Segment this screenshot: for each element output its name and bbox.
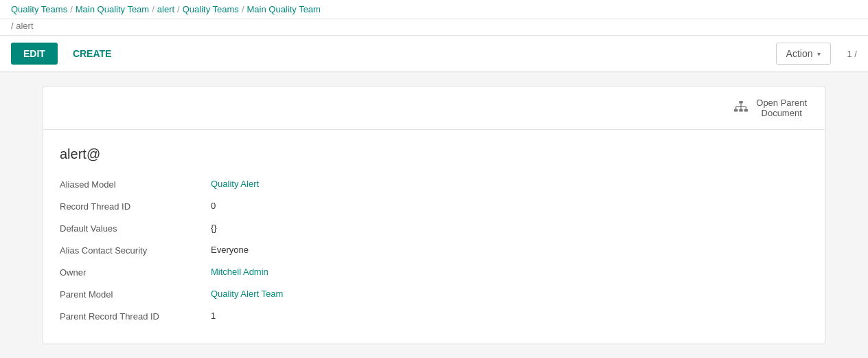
open-parent-button[interactable]: Open ParentDocument [724,93,814,122]
breadcrumb-item-quality-teams-1[interactable]: Quality Teams [11,4,67,14]
field-value-aliased-model[interactable]: Quality Alert [211,179,540,190]
pagination: 1 / [847,49,857,59]
chevron-down-icon: ▾ [817,50,821,58]
record-card-body: alert@ Aliased Model Quality Alert Recor… [43,130,825,344]
field-label-record-thread-id: Record Thread ID [60,201,211,212]
breadcrumb-item-quality-teams-2[interactable]: Quality Teams [183,4,239,14]
field-label-owner: Owner [60,267,211,278]
field-value-owner[interactable]: Mitchell Admin [211,267,540,278]
open-parent-label: Open ParentDocument [756,98,807,118]
breadcrumb-sep-1: / [70,4,73,14]
record-card-header: Open ParentDocument [43,87,825,130]
breadcrumb-sep-3: / [177,4,180,14]
breadcrumb-sep-4: / [242,4,244,14]
main-content: Open ParentDocument alert@ Aliased Model… [0,72,868,358]
record-title: alert@ [60,146,808,162]
field-label-default-values: Default Values [60,223,211,234]
breadcrumb-item-alert[interactable]: alert [157,4,174,14]
org-chart-icon [731,98,751,118]
action-button[interactable]: Action ▾ [776,43,831,65]
breadcrumb: Quality Teams / Main Quality Team / aler… [0,0,868,19]
field-value-parent-model[interactable]: Quality Alert Team [211,289,540,300]
edit-button[interactable]: EDIT [11,43,58,65]
svg-rect-2 [740,109,744,112]
record-card: Open ParentDocument alert@ Aliased Model… [43,86,825,344]
fields-table: Aliased Model Quality Alert Record Threa… [60,179,540,322]
field-label-parent-record-thread-id: Parent Record Thread ID [60,311,211,322]
field-value-parent-record-thread-id: 1 [211,311,540,322]
field-label-aliased-model: Aliased Model [60,179,211,190]
toolbar: EDIT CREATE Action ▾ 1 / [0,36,868,72]
breadcrumb-item-main-quality-team[interactable]: Main Quality Team [76,4,149,14]
field-value-default-values: {} [211,223,540,234]
svg-rect-0 [740,101,744,104]
svg-rect-1 [734,109,738,112]
sub-breadcrumb: / alert [0,19,868,36]
field-label-alias-contact-security: Alias Contact Security [60,245,211,256]
breadcrumb-item-main-quality-team-2[interactable]: Main Quality Team [247,4,321,14]
action-label: Action [786,48,813,59]
field-label-parent-model: Parent Model [60,289,211,300]
field-value-alias-contact-security: Everyone [211,245,540,256]
field-value-record-thread-id: 0 [211,201,540,212]
breadcrumb-sep-2: / [152,4,155,14]
svg-rect-3 [744,109,749,112]
create-button[interactable]: CREATE [63,43,122,65]
